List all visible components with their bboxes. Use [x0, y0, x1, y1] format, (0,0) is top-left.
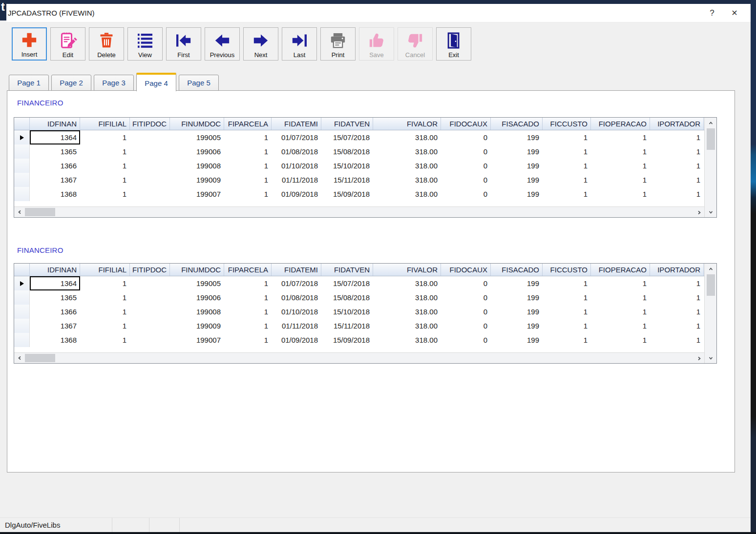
column-header-fivalor[interactable]: FIVALOR — [373, 118, 441, 130]
column-header-finumdoc[interactable]: FINUMDOC — [170, 264, 224, 276]
cell-finumdoc[interactable]: 199008 — [170, 159, 224, 173]
cell-finumdoc[interactable]: 199005 — [170, 276, 224, 290]
table-row[interactable]: 13681199007101/09/201815/09/2018318.0001… — [14, 333, 704, 347]
horizontal-scroll-thumb[interactable] — [25, 354, 55, 362]
scroll-left-icon[interactable] — [14, 207, 25, 218]
delete-button[interactable]: Delete — [89, 27, 124, 61]
view-button[interactable]: View — [127, 27, 163, 61]
cell-idfinan[interactable]: 1366 — [30, 305, 80, 319]
cell-fitipdoc[interactable] — [130, 333, 170, 347]
cell-fivalor[interactable]: 318.00 — [373, 187, 441, 201]
column-header-finumdoc[interactable]: FINUMDOC — [170, 118, 224, 130]
help-button[interactable]: ? — [701, 4, 723, 22]
cell-fifilial[interactable]: 1 — [80, 319, 130, 333]
column-header-fisacado[interactable]: FISACADO — [491, 118, 543, 130]
cell-fifilial[interactable]: 1 — [80, 144, 130, 159]
cell-fiparcela[interactable]: 1 — [224, 333, 272, 347]
cell-ficcusto[interactable]: 1 — [543, 130, 591, 144]
cell-iportador[interactable]: 1 — [650, 290, 704, 305]
cell-fioperacao[interactable]: 1 — [591, 290, 650, 305]
cell-finumdoc[interactable]: 199005 — [170, 130, 224, 144]
column-header-fisacado[interactable]: FISACADO — [491, 264, 543, 276]
column-header-fifilial[interactable]: FIFILIAL — [80, 118, 130, 130]
cell-finumdoc[interactable]: 199009 — [170, 319, 224, 333]
close-button[interactable]: ✕ — [723, 4, 746, 22]
cell-ficcusto[interactable]: 1 — [543, 276, 591, 290]
horizontal-scrollbar[interactable] — [14, 206, 704, 217]
cell-fioperacao[interactable]: 1 — [591, 173, 650, 187]
print-button[interactable]: Print — [320, 27, 356, 61]
cell-fivalor[interactable]: 318.00 — [373, 290, 441, 305]
cell-fioperacao[interactable]: 1 — [591, 159, 650, 173]
table-row[interactable]: 13651199006101/08/201815/08/2018318.0001… — [14, 144, 704, 159]
cell-fidatven[interactable]: 15/10/2018 — [321, 159, 373, 173]
cell-fifilial[interactable]: 1 — [80, 333, 130, 347]
table-row[interactable]: 13661199008101/10/201815/10/2018318.0001… — [14, 159, 704, 173]
row-selector[interactable] — [14, 187, 30, 201]
cell-fivalor[interactable]: 318.00 — [373, 130, 441, 144]
column-header-fitipdoc[interactable]: FITIPDOC — [130, 118, 170, 130]
column-header-fifilial[interactable]: FIFILIAL — [80, 264, 130, 276]
exit-button[interactable]: Exit — [436, 27, 471, 61]
cell-fifilial[interactable]: 1 — [80, 173, 130, 187]
row-selector[interactable] — [14, 173, 30, 187]
last-button[interactable]: Last — [282, 27, 317, 61]
tab-page-3[interactable]: Page 3 — [94, 75, 134, 91]
cell-fitipdoc[interactable] — [130, 159, 170, 173]
scroll-right-icon[interactable] — [693, 353, 704, 364]
cell-ficcusto[interactable]: 1 — [543, 173, 591, 187]
column-header-fivalor[interactable]: FIVALOR — [373, 264, 441, 276]
table-row[interactable]: 13671199009101/11/201815/11/2018318.0001… — [14, 173, 704, 187]
cell-fidocaux[interactable]: 0 — [441, 290, 491, 305]
cell-fioperacao[interactable]: 1 — [591, 276, 650, 290]
cell-fiparcela[interactable]: 1 — [224, 319, 272, 333]
cell-fifilial[interactable]: 1 — [80, 276, 130, 290]
cell-fitipdoc[interactable] — [130, 305, 170, 319]
cell-fiparcela[interactable]: 1 — [224, 276, 272, 290]
cell-fisacado[interactable]: 199 — [491, 276, 543, 290]
cell-fiparcela[interactable]: 1 — [224, 159, 272, 173]
vertical-scroll-thumb[interactable] — [707, 274, 715, 296]
cell-fisacado[interactable]: 199 — [491, 319, 543, 333]
vertical-scroll-thumb[interactable] — [707, 128, 715, 150]
cell-finumdoc[interactable]: 199007 — [170, 333, 224, 347]
row-selector[interactable] — [14, 130, 30, 144]
cell-iportador[interactable]: 1 — [650, 319, 704, 333]
next-button[interactable]: Next — [243, 27, 278, 61]
cell-ficcusto[interactable]: 1 — [543, 187, 591, 201]
cell-idfinan[interactable]: 1367 — [30, 173, 80, 187]
cell-fidatemi[interactable]: 01/11/2018 — [272, 173, 321, 187]
column-header-fioperacao[interactable]: FIOPERACAO — [591, 118, 650, 130]
cell-ficcusto[interactable]: 1 — [543, 319, 591, 333]
cell-fidatven[interactable]: 15/11/2018 — [321, 173, 373, 187]
cell-fiparcela[interactable]: 1 — [224, 305, 272, 319]
scroll-left-icon[interactable] — [14, 353, 25, 364]
cell-fivalor[interactable]: 318.00 — [373, 305, 441, 319]
cell-fivalor[interactable]: 318.00 — [373, 333, 441, 347]
cell-fisacado[interactable]: 199 — [491, 305, 543, 319]
row-selector[interactable] — [14, 159, 30, 173]
cell-iportador[interactable]: 1 — [650, 187, 704, 201]
scroll-up-icon[interactable] — [705, 118, 716, 128]
column-header-fitipdoc[interactable]: FITIPDOC — [130, 264, 170, 276]
scroll-up-icon[interactable] — [705, 264, 716, 274]
horizontal-scroll-thumb[interactable] — [25, 208, 55, 216]
cell-fidatemi[interactable]: 01/10/2018 — [272, 305, 321, 319]
cell-fivalor[interactable]: 318.00 — [373, 144, 441, 159]
cell-idfinan[interactable]: 1367 — [30, 319, 80, 333]
cell-iportador[interactable]: 1 — [650, 333, 704, 347]
cell-fisacado[interactable]: 199 — [491, 187, 543, 201]
cell-ficcusto[interactable]: 1 — [543, 305, 591, 319]
table-row[interactable]: 13681199007101/09/201815/09/2018318.0001… — [14, 187, 704, 201]
row-selector[interactable] — [14, 144, 30, 159]
vertical-scrollbar[interactable] — [704, 264, 716, 363]
cell-finumdoc[interactable]: 199006 — [170, 144, 224, 159]
cell-fisacado[interactable]: 199 — [491, 173, 543, 187]
tab-page-2[interactable]: Page 2 — [51, 75, 91, 91]
cell-fidatven[interactable]: 15/09/2018 — [321, 333, 373, 347]
cell-fidocaux[interactable]: 0 — [441, 173, 491, 187]
cell-fidatemi[interactable]: 01/08/2018 — [272, 290, 321, 305]
cell-fidatven[interactable]: 15/08/2018 — [321, 144, 373, 159]
cell-fitipdoc[interactable] — [130, 130, 170, 144]
cell-fivalor[interactable]: 318.00 — [373, 159, 441, 173]
